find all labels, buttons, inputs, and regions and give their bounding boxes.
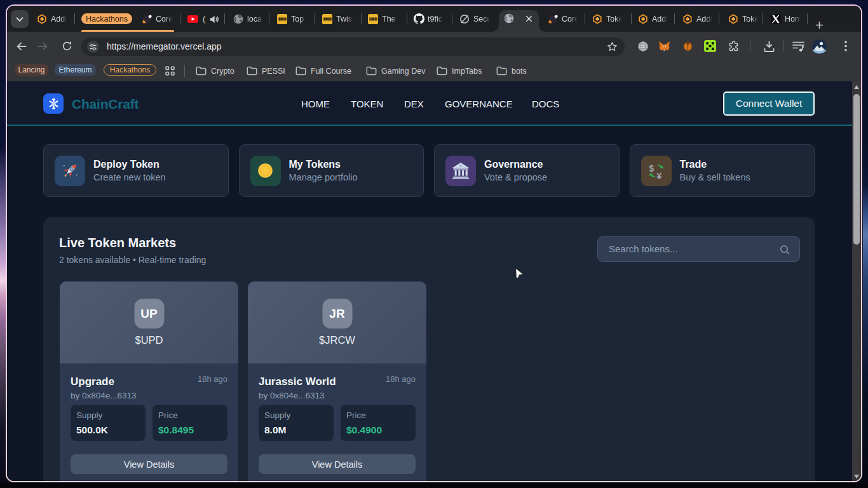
svg-text:¥: ¥ — [656, 171, 661, 180]
svg-text:$: $ — [649, 163, 654, 173]
